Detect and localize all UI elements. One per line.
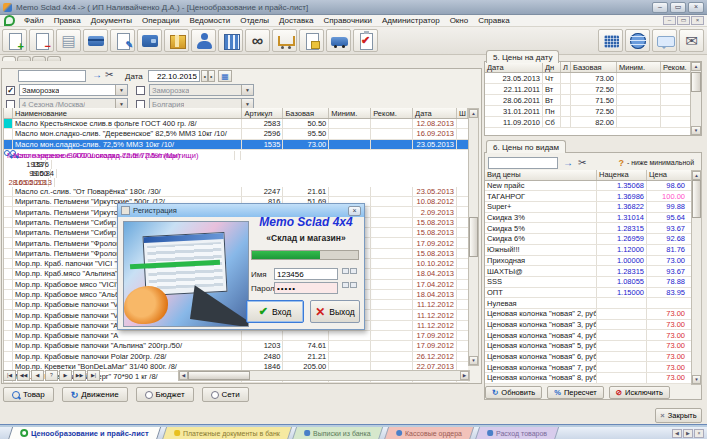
price-type-search-input[interactable] [488, 157, 558, 169]
login-button[interactable]: ✔ Вход [246, 300, 304, 323]
scroll-up-icon[interactable]: ▲ [469, 109, 478, 118]
menu-item[interactable]: Доставка [274, 16, 318, 25]
scrollbar-thumb[interactable] [691, 72, 701, 92]
dates-scrollbar[interactable]: ▲ ▼ [690, 62, 701, 135]
price-type-row[interactable]: Скидка 6% 1.26959 92.68 [485, 234, 697, 245]
price-type-row[interactable]: Ценовая колонка "новая" 6, руб 73.00 [485, 352, 697, 363]
refresh-button[interactable]: ↻ Обновить [485, 386, 542, 399]
navigator-button[interactable]: ▶ [59, 370, 72, 381]
navigator-button[interactable]: ? [45, 370, 58, 381]
price-type-row[interactable]: Ценовая колонка "новая" 4, руб 73.00 [485, 330, 697, 341]
table-row[interactable]: Масло мон.сладко-слив. 72,5% ММЗ 10кг /1… [4, 140, 468, 150]
scroll-down-icon[interactable]: ▼ [469, 356, 478, 365]
tab-prices-by-type[interactable]: 6. Цены по видам [486, 140, 566, 153]
price-type-row[interactable]: Ценовая колонка "новая" 3, руб 73.00 [485, 320, 697, 331]
mdi-tab-goods-expense[interactable]: Расход товаров [475, 427, 559, 439]
col-markup[interactable]: Наценка [597, 170, 647, 180]
hscrollbar-thumb[interactable] [188, 371, 250, 380]
col-day[interactable]: Дн [543, 62, 561, 72]
price-type-row[interactable]: ОПТ 1.15000 83.95 [485, 288, 697, 299]
mdi-tab-pricing[interactable]: Ценообразование и прайс-лист [8, 427, 161, 439]
col-min[interactable]: Миним. [617, 62, 661, 72]
price-type-row[interactable]: Ценовая колонка "новая" 7, руб 73.00 [485, 362, 697, 373]
table-row[interactable]: Масло сл.-слив. "От Поварёнка" 180г. /30… [4, 187, 468, 197]
tabs-close-icon[interactable]: × [694, 429, 704, 438]
tabs-scroll-right-icon[interactable]: ▶ [683, 429, 693, 438]
types-scrollbar[interactable]: ▲ ▼ [691, 170, 702, 385]
menu-item[interactable]: Окно [445, 16, 474, 25]
menu-item[interactable]: Правка [49, 16, 86, 25]
filter-select[interactable]: Заморозка ▼ [149, 84, 254, 96]
col-date[interactable]: Дата [413, 108, 457, 118]
date-next-icon[interactable]: ▸ [208, 70, 215, 82]
menu-item[interactable]: Справка [473, 16, 514, 25]
scroll-right-icon[interactable]: ▶ [460, 371, 469, 380]
chevron-down-icon[interactable]: ▼ [241, 85, 253, 95]
nets-radio-button[interactable]: Сети [202, 387, 249, 402]
col-rec[interactable]: Реком. [661, 62, 689, 72]
menu-item[interactable]: Операции [137, 16, 184, 25]
delete-document-icon[interactable]: − [29, 29, 54, 52]
product-view-tab[interactable] [32, 56, 46, 61]
Вт[interactable]: 28.06.2011 Вт 71.50 [485, 95, 701, 106]
price-type-row[interactable]: Super+ 1.36822 99.88 [485, 202, 697, 213]
clear-search-icon[interactable]: ✂ [105, 70, 113, 80]
search-go-icon[interactable]: → [563, 158, 573, 168]
clipboard-check-icon[interactable]: ✔ [353, 29, 378, 52]
product-view-tab[interactable] [2, 56, 16, 61]
wallet-icon[interactable] [137, 29, 162, 52]
navigator-button[interactable]: ▶▶ [73, 370, 86, 381]
price-type-row[interactable]: Приходная 1.00000 73.00 [485, 256, 697, 267]
edit-document-icon[interactable]: ✎ [110, 29, 135, 52]
col-recommended[interactable]: Реком. [371, 108, 413, 118]
price-type-row[interactable]: SSS 1.08055 78.88 [485, 277, 697, 288]
table-row[interactable]: Мор.пр. Крабовые папочки "Альпина" 200гр… [4, 341, 468, 351]
navigator-button[interactable]: ◀ [31, 370, 44, 381]
mail-icon[interactable]: ✉ [679, 29, 704, 52]
cart-icon[interactable] [272, 29, 297, 52]
mdi-minimize-button[interactable]: – [663, 16, 676, 25]
Пн[interactable]: 31.01.2011 Пн 72.50 [485, 106, 701, 117]
filter-checkbox[interactable]: ✓ [6, 86, 15, 95]
Сб[interactable]: 11.09.2010 Сб 82.00 [485, 117, 701, 128]
calendar-icon[interactable]: ▦ [218, 70, 232, 82]
col-articul[interactable]: Артикул [242, 108, 283, 118]
filter-select[interactable]: Заморозка ▼ [19, 84, 128, 96]
binder-icon[interactable] [218, 29, 243, 52]
tabs-scroll-left-icon[interactable]: ◀ [672, 429, 682, 438]
col-l[interactable]: Л [561, 62, 571, 72]
new-document-icon[interactable]: + [2, 29, 27, 52]
chevron-down-icon[interactable]: ▼ [115, 85, 127, 95]
table-row[interactable]: Масло Крестьянское слив.в фольге ГОСТ 40… [4, 119, 468, 129]
scroll-down-icon[interactable]: ▼ [691, 126, 701, 135]
navigator-button[interactable]: ◀◀ [17, 370, 30, 381]
col-min-price[interactable]: Миним. [329, 108, 371, 118]
Чт[interactable]: 23.05.2013 Чт 73.00 [485, 73, 701, 84]
binoculars-icon[interactable]: ∞ [245, 29, 270, 52]
price-type-row[interactable]: Ценовая колонка "новая" 2, руб 73.00 [485, 309, 697, 320]
table-row[interactable]: Мор.пр. Крабовые папочки Polar 200гр. /2… [4, 352, 468, 362]
recalculate-button[interactable]: % Пересчет [547, 386, 604, 399]
product-search-input[interactable] [18, 70, 86, 82]
mdi-tab-bank-statements[interactable]: Выписки из банка [292, 427, 383, 439]
child-window-icon[interactable] [4, 15, 15, 26]
tab-prices-by-date[interactable]: 5. Цены на дату [486, 50, 559, 63]
package-icon[interactable] [164, 29, 189, 52]
col-base[interactable]: Базовая [571, 62, 617, 72]
price-type-row[interactable]: Скидка 5% 1.28315 93.67 [485, 223, 697, 234]
menu-item[interactable]: Справочники [318, 16, 376, 25]
menu-item[interactable]: Администратор [377, 16, 445, 25]
price-type-row[interactable]: New прайс 1.35068 98.60 [485, 181, 697, 192]
product-button[interactable]: Товар [3, 387, 54, 402]
col-sh[interactable]: Ш [457, 108, 468, 118]
mdi-restore-button[interactable]: ▭ [677, 16, 690, 25]
minimize-button[interactable]: – [652, 2, 668, 13]
table-row[interactable]: Мор.пр. Крабовые папочки "А 17.09.2012 [4, 331, 468, 341]
col-price-type[interactable]: Вид цены [485, 170, 597, 180]
document-lock-icon[interactable] [299, 29, 324, 52]
scroll-up-icon[interactable]: ▲ [692, 171, 701, 180]
filter-combo[interactable]: ✓ Заморозка ▼ [6, 84, 128, 96]
scroll-left-icon[interactable]: ◀ [179, 371, 188, 380]
truck-icon[interactable] [326, 29, 351, 52]
price-type-row[interactable]: Ценовая колонка "новая" 5, руб 73.00 [485, 341, 697, 352]
